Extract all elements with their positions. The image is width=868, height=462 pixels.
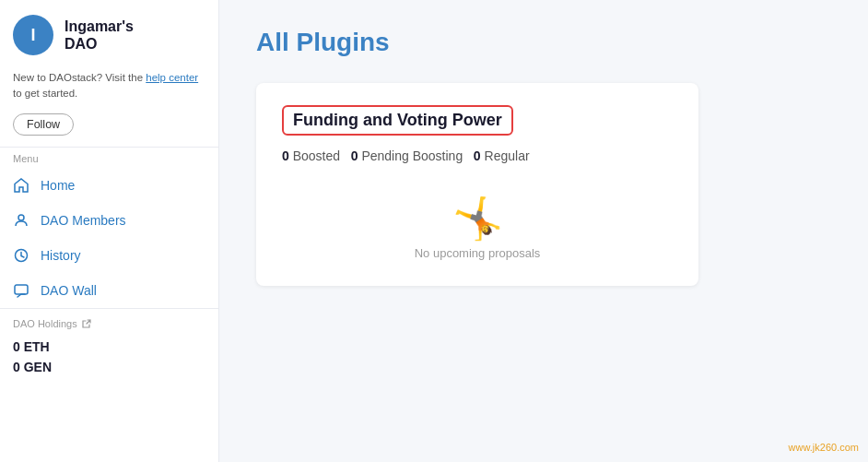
sidebar-item-home[interactable]: Home	[0, 168, 218, 203]
svg-rect-2	[15, 285, 28, 294]
regular-label: Regular	[485, 148, 530, 163]
empty-icon: 🤸	[452, 198, 503, 239]
message-icon	[13, 282, 29, 299]
sidebar: I Ingamar'sDAO New to DAOstack? Visit th…	[0, 0, 219, 462]
sidebar-header: I Ingamar'sDAO	[0, 0, 218, 70]
dao-wall-label: DAO Wall	[41, 283, 97, 298]
boosted-label: Boosted	[293, 148, 340, 163]
dao-title: Ingamar'sDAO	[65, 18, 134, 53]
follow-button[interactable]: Follow	[13, 113, 74, 136]
avatar: I	[13, 15, 53, 55]
eth-holdings: 0 ETH	[13, 337, 205, 357]
plugin-card-title: Funding and Voting Power	[282, 105, 513, 136]
regular-count: 0	[474, 148, 481, 163]
sidebar-item-history[interactable]: History	[0, 238, 218, 273]
main-content: All Plugins Funding and Voting Power 0 B…	[219, 0, 868, 462]
empty-text: No upcoming proposals	[415, 246, 541, 260]
menu-label: Menu	[0, 147, 218, 168]
boosted-count: 0	[282, 148, 289, 163]
home-icon	[13, 177, 29, 194]
pending-count: 0	[351, 148, 358, 163]
external-link-icon	[81, 318, 92, 329]
watermark: www.jk260.com	[789, 442, 859, 453]
sidebar-item-dao-members[interactable]: DAO Members	[0, 203, 218, 238]
empty-state: 🤸 No upcoming proposals	[282, 189, 673, 264]
help-center-link[interactable]: help center	[146, 72, 198, 83]
sidebar-item-dao-wall[interactable]: DAO Wall	[0, 273, 218, 308]
dao-holdings-label: DAO Holdings	[13, 318, 205, 329]
dao-holdings-section: DAO Holdings 0 ETH 0 GEN	[0, 308, 218, 381]
page-title: All Plugins	[256, 28, 831, 57]
person-icon	[13, 212, 29, 229]
home-label: Home	[41, 178, 75, 193]
sidebar-nav: Home DAO Members History	[0, 168, 218, 308]
dao-members-label: DAO Members	[41, 213, 126, 228]
svg-point-0	[18, 215, 24, 220]
pending-label: Pending Boosting	[361, 148, 463, 163]
history-label: History	[41, 248, 81, 263]
plugin-stats: 0 Boosted 0 Pending Boosting 0 Regular	[282, 148, 673, 163]
plugin-card: Funding and Voting Power 0 Boosted 0 Pen…	[256, 83, 698, 286]
new-to-text: New to DAOstack? Visit the help center t…	[0, 70, 218, 110]
avatar-letter: I	[30, 26, 35, 45]
gen-holdings: 0 GEN	[13, 357, 205, 377]
clock-icon	[13, 247, 29, 264]
